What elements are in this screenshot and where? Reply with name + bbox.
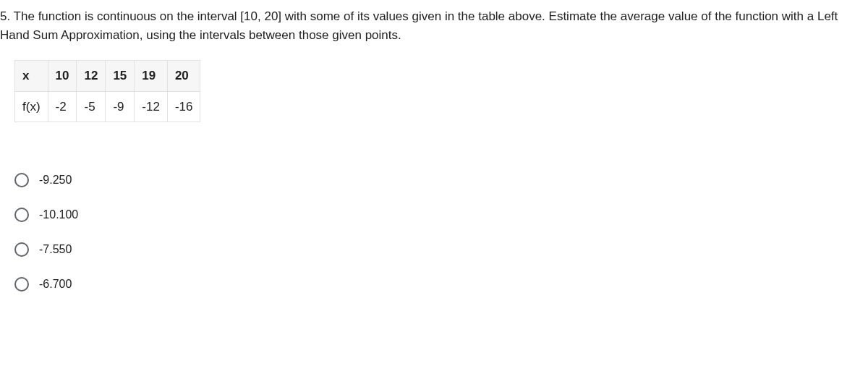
table-cell: 19 [135, 61, 168, 92]
data-table-wrapper: x 10 12 15 19 20 f(x) -2 -5 -9 -12 -16 [14, 60, 200, 122]
table-cell: -2 [48, 91, 77, 122]
option-row[interactable]: -7.550 [14, 241, 861, 258]
option-label: -6.700 [39, 276, 72, 293]
option-label: -10.100 [39, 206, 78, 224]
table-cell: -16 [167, 91, 200, 122]
question-block: 5. The function is continuous on the int… [0, 7, 861, 44]
table-cell: 10 [48, 61, 77, 92]
option-label: -7.550 [39, 241, 72, 258]
data-table: x 10 12 15 19 20 f(x) -2 -5 -9 -12 -16 [14, 60, 200, 122]
table-cell: -9 [106, 91, 135, 122]
row-label: f(x) [15, 91, 48, 122]
table-cell: -5 [77, 91, 106, 122]
radio-icon [14, 173, 29, 187]
question-number: 5. [0, 9, 10, 23]
table-cell: 12 [77, 61, 106, 92]
option-row[interactable]: -10.100 [14, 206, 861, 224]
radio-icon [14, 208, 29, 222]
table-cell: 20 [167, 61, 200, 92]
option-row[interactable]: -9.250 [14, 171, 861, 189]
table-cell: 15 [106, 61, 135, 92]
option-label: -9.250 [39, 171, 72, 189]
radio-icon [14, 242, 29, 257]
radio-icon [14, 277, 29, 291]
table-row: x 10 12 15 19 20 [15, 61, 200, 92]
row-label: x [15, 61, 48, 92]
options-list: -9.250 -10.100 -7.550 -6.700 [14, 171, 861, 293]
option-row[interactable]: -6.700 [14, 276, 861, 293]
table-cell: -12 [135, 91, 168, 122]
table-row: f(x) -2 -5 -9 -12 -16 [15, 91, 200, 122]
question-text: The function is continuous on the interv… [0, 9, 838, 42]
